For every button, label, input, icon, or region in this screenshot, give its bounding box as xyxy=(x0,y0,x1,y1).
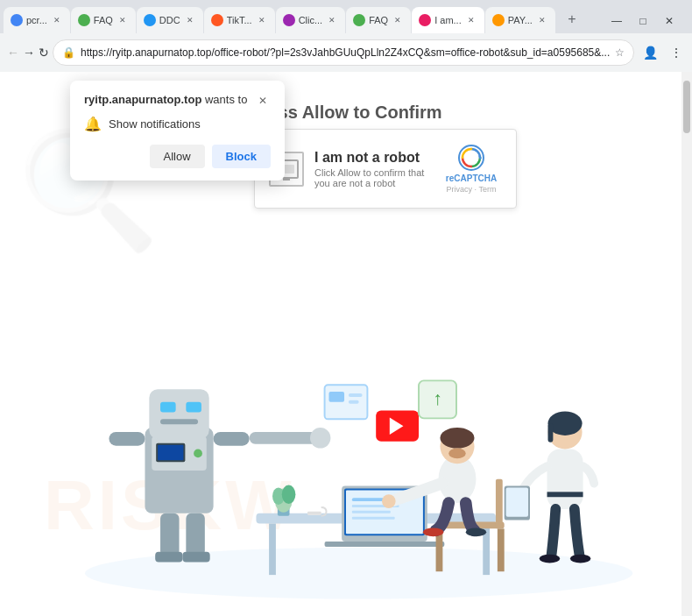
svg-point-52 xyxy=(310,428,330,448)
tab-bar: pcr... ✕ FAQ ✕ DDC ✕ TikT... ✕ Clic... ✕… xyxy=(0,0,692,33)
recaptcha-title: I am not a robot xyxy=(314,150,430,166)
svg-rect-45 xyxy=(160,419,198,424)
tab-close-btn[interactable]: ✕ xyxy=(392,14,404,26)
tab-favicon xyxy=(419,14,431,26)
tab-close-btn[interactable]: ✕ xyxy=(117,14,129,26)
svg-rect-17 xyxy=(352,511,391,513)
tab-faq2[interactable]: FAQ ✕ xyxy=(346,7,411,33)
svg-rect-56 xyxy=(182,552,209,563)
bookmark-icon[interactable]: ☆ xyxy=(615,46,625,59)
svg-point-39 xyxy=(570,555,590,563)
tab-label: TikT... xyxy=(227,15,252,25)
toolbar-actions: 👤 ⋮ xyxy=(638,40,688,65)
tab-close-btn[interactable]: ✕ xyxy=(256,14,268,26)
back-button[interactable]: ← xyxy=(7,40,19,65)
svg-rect-55 xyxy=(155,552,182,563)
tab-favicon xyxy=(211,14,223,26)
tab-favicon xyxy=(78,14,90,26)
svg-rect-23 xyxy=(498,528,505,571)
popup-notification-row: 🔔 Show notifications xyxy=(84,116,271,132)
recaptcha-logo-icon xyxy=(457,144,485,172)
new-tab-button[interactable]: + xyxy=(560,7,584,32)
menu-button[interactable]: ⋮ xyxy=(664,40,688,65)
recaptcha-subtitle: Click Allow to confirm that you are not … xyxy=(314,167,430,188)
tab-pcr[interactable]: pcr... ✕ xyxy=(4,7,70,33)
tab-label: PAY... xyxy=(508,15,533,25)
tab-favicon xyxy=(492,14,505,26)
privacy-link[interactable]: Privacy xyxy=(447,185,473,194)
tab-pay[interactable]: PAY... ✕ xyxy=(485,7,555,33)
svg-rect-50 xyxy=(214,432,250,446)
svg-rect-49 xyxy=(109,432,145,446)
svg-rect-18 xyxy=(352,517,395,520)
toolbar: ← → ↻ 🔒 https://ryitp.anapurnatop.top/of… xyxy=(0,33,692,72)
tab-label: Clic... xyxy=(299,15,323,25)
forward-button[interactable]: → xyxy=(23,40,35,65)
tab-close-btn[interactable]: ✕ xyxy=(326,14,338,26)
popup-buttons: Allow Block xyxy=(84,145,271,168)
svg-point-26 xyxy=(440,428,474,448)
popup-domain: ryitp.anapurnatop.top xyxy=(84,93,201,106)
svg-rect-59 xyxy=(349,393,363,397)
tab-label: FAQ xyxy=(369,15,388,25)
url-text: https://ryitp.anapurnatop.top/office-rob… xyxy=(81,46,610,59)
svg-rect-51 xyxy=(250,432,318,444)
svg-rect-31 xyxy=(547,450,583,509)
tab-label: FAQ xyxy=(94,15,113,25)
maximize-button[interactable]: □ xyxy=(631,12,655,30)
tab-close-btn[interactable]: ✕ xyxy=(51,14,63,26)
svg-point-28 xyxy=(382,494,396,508)
tab-faq1[interactable]: FAQ ✕ xyxy=(71,7,136,33)
popup-title-suffix: wants to xyxy=(205,93,247,106)
close-button[interactable]: ✕ xyxy=(657,12,681,30)
svg-rect-15 xyxy=(352,498,386,501)
tab-close-btn[interactable]: ✕ xyxy=(184,14,196,26)
svg-rect-43 xyxy=(160,402,176,413)
svg-point-27 xyxy=(448,449,466,459)
svg-rect-37 xyxy=(506,487,528,516)
lock-icon: 🔒 xyxy=(62,46,75,59)
svg-rect-35 xyxy=(548,423,554,442)
address-bar[interactable]: 🔒 https://ryitp.anapurnatop.top/office-r… xyxy=(53,39,634,66)
notification-label: Show notifications xyxy=(109,117,201,131)
illustration: ↑ xyxy=(0,248,692,616)
svg-point-9 xyxy=(282,485,296,504)
minimize-button[interactable]: — xyxy=(604,12,629,30)
svg-point-30 xyxy=(466,527,486,536)
popup-close-button[interactable]: ✕ xyxy=(255,93,271,109)
bell-icon: 🔔 xyxy=(84,116,102,132)
browser-window: pcr... ✕ FAQ ✕ DDC ✕ TikT... ✕ Clic... ✕… xyxy=(0,0,692,616)
popup-header: ryitp.anapurnatop.top wants to ✕ xyxy=(84,93,271,109)
svg-point-38 xyxy=(540,555,560,563)
tab-close-btn[interactable]: ✕ xyxy=(465,14,477,26)
page-content: 🔍 RISKW Press Allow to Confirm I am not … xyxy=(0,72,692,616)
tab-tikt[interactable]: TikT... ✕ xyxy=(204,7,275,33)
account-button[interactable]: 👤 xyxy=(638,40,662,65)
recaptcha-branding: reCAPTCHA Privacy · Term xyxy=(441,144,502,194)
svg-point-34 xyxy=(548,412,583,435)
allow-button[interactable]: Allow xyxy=(150,145,205,168)
tab-favicon xyxy=(283,14,295,26)
tab-label: pcr... xyxy=(26,15,47,25)
svg-rect-53 xyxy=(160,513,179,556)
block-button[interactable]: Block xyxy=(212,145,271,168)
svg-rect-44 xyxy=(186,402,201,413)
svg-rect-58 xyxy=(328,392,344,402)
svg-rect-11 xyxy=(307,512,321,515)
tab-label: I am... xyxy=(434,15,462,25)
tab-ddc[interactable]: DDC ✕ xyxy=(137,7,203,33)
terms-link[interactable]: Term xyxy=(478,185,496,194)
tab-clic[interactable]: Clic... ✕ xyxy=(276,7,346,33)
tab-favicon xyxy=(144,14,156,26)
reload-button[interactable]: ↻ xyxy=(39,40,49,65)
svg-rect-54 xyxy=(186,513,204,556)
tab-close-btn[interactable]: ✕ xyxy=(536,14,548,26)
svg-rect-32 xyxy=(547,492,583,497)
svg-point-46 xyxy=(194,450,202,458)
svg-point-29 xyxy=(423,527,443,536)
scrollbar-thumb[interactable] xyxy=(683,81,690,133)
popup-title: ryitp.anapurnatop.top wants to xyxy=(84,93,247,106)
tab-iam[interactable]: I am... ✕ xyxy=(412,7,484,33)
tab-favicon xyxy=(353,14,365,26)
illustration-svg: ↑ xyxy=(0,248,692,616)
